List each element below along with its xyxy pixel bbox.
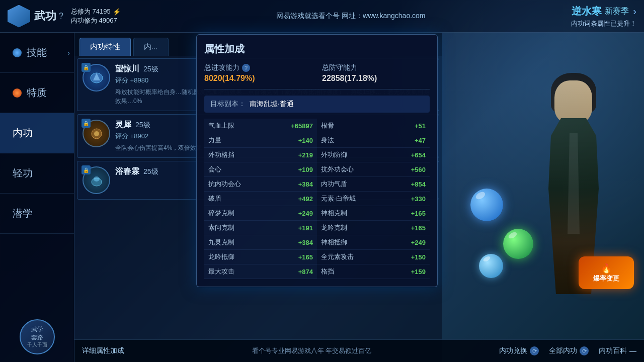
attr-val-right-4: +854: [411, 180, 426, 188]
attr-name-right-0: 根骨: [321, 121, 334, 130]
wuxue-badge[interactable]: 武学 套路 千人千面: [20, 319, 55, 354]
attr-val-left-6: +249: [298, 210, 313, 217]
detail-attr-btn[interactable]: 详细属性加成: [82, 346, 124, 355]
orb-light-blue: [479, 254, 503, 278]
sidebar-item-neigong[interactable]: 内功: [0, 113, 74, 153]
skill-level-0: 25级: [143, 65, 158, 74]
skill-icon-1: 🔒: [83, 120, 110, 147]
sidebar-item-qinggong-label: 轻功: [13, 166, 33, 180]
sidebar-item-qinggong[interactable]: 轻功: [0, 153, 74, 194]
attr-row-right-7: 龙吟克制+165: [317, 221, 430, 235]
popup-title: 属性加成: [204, 42, 430, 56]
attack-stat-group: 总进攻能力 ? 8020(14.79%): [204, 63, 312, 83]
attr-popup: 属性加成 总进攻能力 ? 8020(14.79%) 总防守能力 22858(17…: [196, 34, 438, 287]
attr-val-left-2: +219: [298, 151, 313, 159]
inner-power-line: 内功修为 49067: [71, 16, 121, 25]
attr-name-right-9: 全元素攻击: [321, 252, 354, 261]
attr-val-left-5: +492: [298, 195, 313, 203]
skill-level-1: 25级: [135, 121, 150, 130]
all-inner-label: 全部内功: [549, 346, 577, 355]
attr-val-right-10: +159: [411, 268, 426, 276]
attr-name-left-6: 碎梦克制: [208, 209, 234, 218]
sidebar-item-jinen-label: 技能: [27, 46, 47, 59]
attr-val-right-9: +150: [411, 253, 426, 261]
lock-icon-2: 🔒: [82, 165, 91, 174]
lock-icon-1: 🔒: [82, 119, 91, 128]
inner-exchange-icon: ⟳: [530, 346, 539, 355]
attr-val-right-2: +654: [411, 151, 426, 159]
attr-name-right-8: 神相抵御: [321, 238, 347, 247]
skill-visual-0: [89, 70, 104, 85]
attr-name-right-2: 外功防御: [321, 150, 347, 159]
tab-neigong-features[interactable]: 内功特性: [79, 38, 131, 56]
all-inner-btn[interactable]: 全部内功 ⟳: [549, 346, 589, 355]
top-ad: 网易游戏就选看个号 网址：www.kangchao.com: [131, 12, 571, 21]
attr-name-left-3: 会心: [208, 165, 221, 174]
wuxue-line3: 千人千面: [27, 341, 47, 348]
svg-point-5: [94, 176, 100, 182]
attr-table: 气血上限+65897根骨+51力量+140身法+47外功格挡+219外功防御+6…: [204, 119, 430, 279]
sidebar-item-qianxue-label: 潜学: [13, 207, 33, 220]
attr-name-left-9: 龙吟抵御: [208, 252, 234, 261]
attr-name-right-10: 格挡: [321, 267, 334, 276]
attr-row-left-4: 抗内功会心+384: [204, 177, 317, 192]
inner-exchange-btn[interactable]: 内功兑换 ⟳: [499, 346, 539, 355]
tab-second[interactable]: 内...: [133, 38, 169, 56]
attr-name-right-3: 抗外功会心: [321, 165, 354, 174]
season-arrow-icon: ›: [633, 6, 636, 17]
target-label: 目标副本：: [210, 100, 246, 109]
attr-row-right-2: 外功防御+654: [317, 148, 430, 162]
attr-row-left-2: 外功格挡+219: [204, 148, 317, 162]
attr-name-right-5: 元素·白帝城: [321, 194, 356, 203]
attr-name-left-5: 破盾: [208, 194, 221, 203]
tezhi-dot: [13, 88, 22, 98]
explosion-badge[interactable]: 🔥 爆率变更: [579, 256, 634, 289]
attr-name-left-4: 抗内功会心: [208, 179, 241, 189]
attr-name-right-1: 身法: [321, 136, 334, 145]
sidebar-bottom: 武学 套路 千人千面: [0, 312, 74, 362]
encyclopedia-label: 内功百科: [599, 346, 627, 355]
skill-name-0: 望惊川: [115, 64, 139, 74]
sidebar-item-tezhi-label: 特质: [27, 86, 47, 100]
explosion-icon: 🔥: [601, 263, 612, 274]
char-head: [554, 80, 592, 123]
help-icon[interactable]: ?: [59, 12, 63, 21]
attack-label: 总进攻能力 ?: [204, 63, 312, 72]
top-bar: 武功 ? 总修为 74195 ⚡ 内功修为 49067 网易游戏就选看个号 网址…: [0, 0, 644, 33]
sidebar-item-qianxue[interactable]: 潜学: [0, 194, 74, 234]
wuxue-line2: 套路: [31, 334, 43, 342]
sidebar-item-tezhi[interactable]: 特质: [0, 73, 74, 113]
attr-row-left-8: 九灵克制+384: [204, 235, 317, 250]
attr-val-left-4: +384: [298, 180, 313, 188]
attr-name-right-7: 龙吟克制: [321, 223, 347, 232]
inner-exchange-label: 内功兑换: [499, 346, 527, 355]
sidebar-arrow-jinen-icon: ›: [67, 49, 70, 57]
encyclopedia-btn[interactable]: 内功百科 —: [599, 346, 636, 355]
defense-stat-group: 总防守能力 22858(17.18%): [322, 63, 430, 83]
character-area: 🔥 爆率变更: [443, 33, 644, 339]
attr-row-right-9: 全元素攻击+150: [317, 250, 430, 264]
attr-val-right-0: +51: [415, 122, 426, 130]
lock-icon-0: 🔒: [82, 63, 91, 72]
attr-name-left-1: 力量: [208, 136, 221, 145]
attr-name-left-0: 气血上限: [208, 121, 234, 130]
attr-name-right-4: 内功气盾: [321, 179, 347, 189]
attr-row-right-8: 神相抵御+249: [317, 235, 430, 250]
detail-attr-label: 详细属性加成: [82, 346, 124, 355]
attr-row-right-3: 抗外功会心+560: [317, 162, 430, 177]
attr-val-right-5: +330: [411, 195, 426, 203]
attr-val-left-9: +165: [298, 253, 313, 261]
bottom-right-btns: 内功兑换 ⟳ 全部内功 ⟳ 内功百科 —: [499, 346, 636, 355]
attr-row-right-1: 身法+47: [317, 133, 430, 148]
explosion-label: 爆率变更: [593, 274, 619, 283]
attr-name-left-7: 素问克制: [208, 223, 234, 232]
attr-row-left-6: 碎梦克制+249: [204, 206, 317, 221]
attack-value: 8020(14.79%): [204, 74, 312, 83]
target-value: 南海乱墟·普通: [250, 100, 294, 109]
info-icon[interactable]: ?: [242, 64, 250, 72]
attr-row-left-3: 会心+109: [204, 162, 317, 177]
attr-row-right-5: 元素·白帝城+330: [317, 192, 430, 206]
attr-row-left-1: 力量+140: [204, 133, 317, 148]
attr-val-right-7: +165: [411, 224, 426, 232]
sidebar-item-jinen[interactable]: 技能 ›: [0, 33, 74, 73]
